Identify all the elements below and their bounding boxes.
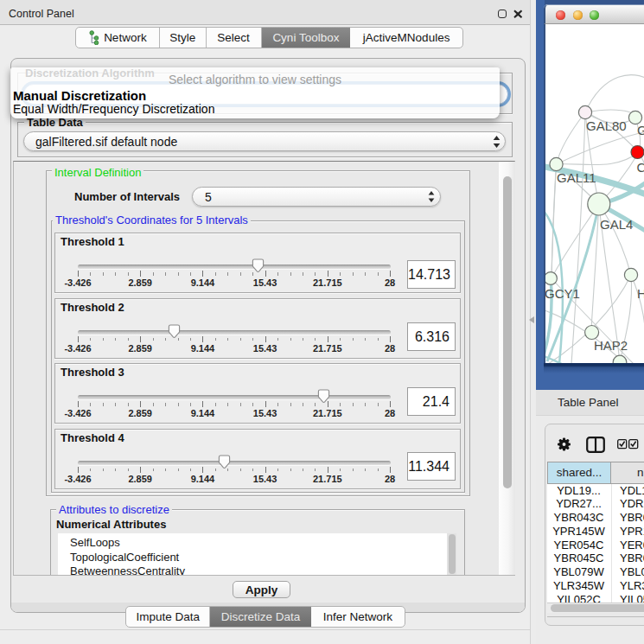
svg-text:GAL80: GAL80 xyxy=(586,118,627,133)
svg-text:GAL11: GAL11 xyxy=(557,170,596,185)
svg-text:GAL4: GAL4 xyxy=(600,217,633,232)
svg-text:H: H xyxy=(637,286,644,301)
svg-text:G: G xyxy=(637,123,644,137)
svg-text:GCY1: GCY1 xyxy=(545,286,580,301)
svg-text:C: C xyxy=(637,160,644,175)
svg-text:HAP2: HAP2 xyxy=(594,338,628,353)
